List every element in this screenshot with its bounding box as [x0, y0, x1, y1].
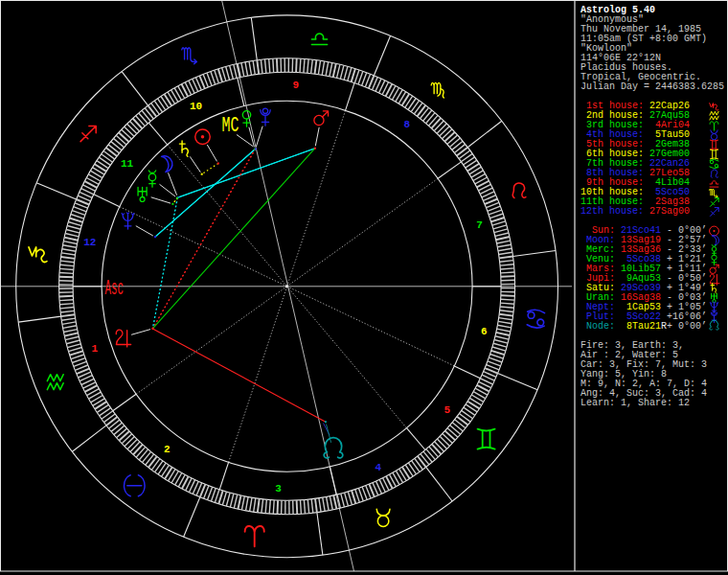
- svg-text:1: 1: [91, 343, 98, 355]
- svg-text:2: 2: [164, 444, 171, 455]
- svg-text:6: 6: [481, 326, 488, 337]
- svg-text:3: 3: [275, 483, 282, 494]
- svg-text:MC: MC: [222, 114, 239, 137]
- svg-text:Asc: Asc: [105, 277, 125, 301]
- svg-text:9: 9: [292, 80, 299, 91]
- svg-text:7: 7: [476, 219, 483, 231]
- svg-text:4: 4: [375, 462, 381, 473]
- svg-text:12: 12: [83, 237, 96, 248]
- svg-text:5: 5: [444, 404, 450, 416]
- svg-text:8: 8: [404, 119, 411, 130]
- svg-text:11: 11: [121, 158, 134, 170]
- svg-text:10: 10: [190, 101, 202, 112]
